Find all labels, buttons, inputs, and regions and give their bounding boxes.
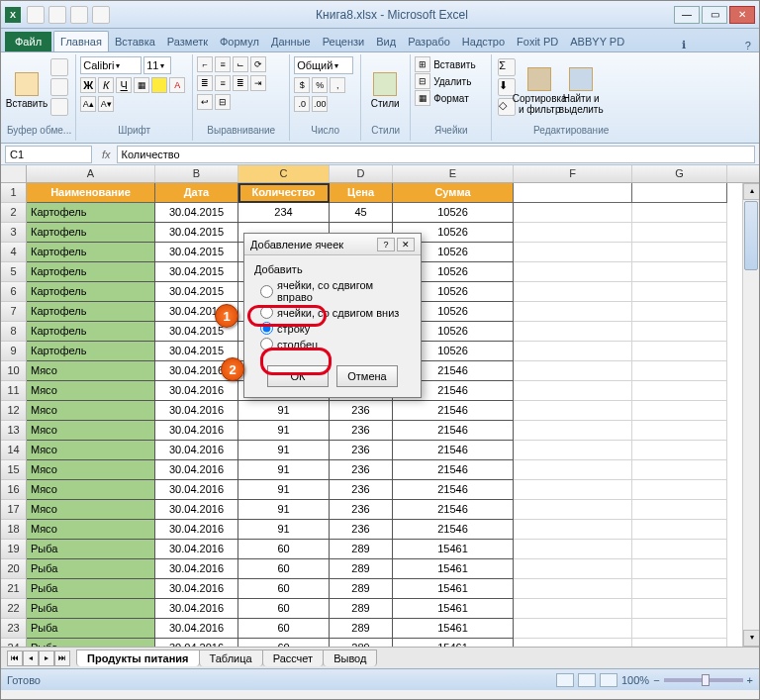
format-painter-button[interactable] — [50, 98, 68, 116]
cell[interactable]: 15461 — [393, 579, 514, 599]
tab-addins[interactable]: Надстро — [456, 32, 511, 51]
number-format-selector[interactable]: Общий▾ — [294, 56, 353, 74]
cell[interactable] — [632, 223, 727, 243]
cell[interactable]: Наименование — [27, 183, 155, 203]
cell[interactable]: 236 — [330, 520, 393, 540]
cell[interactable] — [514, 183, 632, 203]
cell[interactable]: Рыба — [27, 579, 155, 599]
cell[interactable]: 30.04.2015 — [155, 282, 238, 302]
cell[interactable] — [514, 540, 632, 559]
close-button[interactable]: ✕ — [729, 6, 755, 24]
col-header-g[interactable]: G — [632, 165, 727, 182]
cell[interactable]: Мясо — [27, 441, 155, 460]
cell[interactable]: Картофель — [27, 203, 155, 223]
cell[interactable]: 21546 — [393, 500, 514, 520]
align-middle-button[interactable]: ≡ — [215, 56, 231, 72]
cell[interactable]: 60 — [238, 599, 330, 619]
cell[interactable] — [632, 599, 727, 619]
bold-button[interactable]: Ж — [80, 77, 96, 93]
row-header[interactable]: 7 — [1, 302, 27, 322]
qat-save[interactable] — [27, 6, 45, 24]
radio-shift-down[interactable]: ячейки, со сдвигом вниз — [260, 306, 411, 319]
cell[interactable] — [514, 223, 632, 243]
cell[interactable]: 60 — [238, 619, 330, 639]
row-header[interactable]: 22 — [1, 599, 27, 619]
cell[interactable]: Дата — [155, 183, 238, 203]
cell[interactable] — [632, 183, 727, 203]
cell[interactable]: 15461 — [393, 540, 514, 559]
cell[interactable] — [514, 361, 632, 381]
cell[interactable]: 30.04.2015 — [155, 223, 238, 243]
cell[interactable]: 30.04.2016 — [155, 599, 238, 619]
cell[interactable]: Мясо — [27, 361, 155, 381]
cell[interactable]: 30.04.2015 — [155, 243, 238, 262]
cell[interactable] — [632, 203, 727, 223]
cell[interactable]: 236 — [330, 401, 393, 421]
cell[interactable]: Мясо — [27, 520, 155, 540]
cell[interactable]: 15461 — [393, 559, 514, 579]
radio-shift-right[interactable]: ячейки, со сдвигом вправо — [260, 279, 411, 303]
sheet-tab-1[interactable]: Продукты питания — [76, 650, 200, 666]
find-select-button[interactable]: Найти и выделить — [561, 56, 601, 125]
cell[interactable] — [632, 559, 727, 579]
cell[interactable]: 30.04.2016 — [155, 381, 238, 401]
format-cells-button[interactable]: ▦Формат — [415, 90, 487, 106]
formula-input[interactable]: Количество — [117, 146, 755, 163]
row-header[interactable]: 9 — [1, 342, 27, 361]
align-bottom-button[interactable]: ⌙ — [233, 56, 248, 72]
sheet-nav-last[interactable]: ⏭ — [54, 650, 70, 666]
cell[interactable] — [514, 381, 632, 401]
cell[interactable]: Мясо — [27, 480, 155, 500]
cell[interactable]: 236 — [330, 441, 393, 460]
row-header[interactable]: 4 — [1, 243, 27, 262]
cell[interactable]: 10526 — [393, 203, 514, 223]
row-header[interactable]: 1 — [1, 183, 27, 203]
styles-button[interactable]: Стили — [365, 56, 405, 125]
font-color-button[interactable]: A — [169, 77, 185, 93]
cell[interactable]: 21546 — [393, 421, 514, 441]
cell[interactable] — [514, 579, 632, 599]
row-header[interactable]: 18 — [1, 520, 27, 540]
cell[interactable] — [514, 559, 632, 579]
row-header[interactable]: 20 — [1, 559, 27, 579]
cell[interactable]: 30.04.2016 — [155, 500, 238, 520]
align-left-button[interactable]: ≣ — [197, 75, 213, 91]
dialog-help-button[interactable]: ? — [377, 238, 395, 251]
select-all-corner[interactable] — [1, 165, 27, 182]
cell[interactable]: Мясо — [27, 401, 155, 421]
ribbon-help[interactable]: ? — [745, 40, 751, 51]
tab-data[interactable]: Данные — [265, 32, 317, 51]
align-top-button[interactable]: ⌐ — [197, 56, 213, 72]
cell[interactable]: 60 — [238, 579, 330, 599]
cell[interactable]: 15461 — [393, 599, 514, 619]
wrap-text-button[interactable]: ↩ — [197, 94, 213, 110]
cell[interactable]: Сумма — [393, 183, 514, 203]
row-header[interactable]: 15 — [1, 460, 27, 480]
worksheet-grid[interactable]: A B C D E F G 1 Наименование Дата Количе… — [1, 165, 759, 668]
row-header[interactable]: 6 — [1, 282, 27, 302]
row-header[interactable]: 8 — [1, 322, 27, 342]
paste-button[interactable]: Вставить — [7, 56, 47, 125]
row-header[interactable]: 19 — [1, 540, 27, 559]
col-header-b[interactable]: B — [155, 165, 238, 182]
cell[interactable]: 60 — [238, 559, 330, 579]
col-header-f[interactable]: F — [514, 165, 632, 182]
cell[interactable]: Рыба — [27, 540, 155, 559]
cell[interactable]: 30.04.2016 — [155, 540, 238, 559]
indent-button[interactable]: ⇥ — [250, 75, 266, 91]
zoom-out-button[interactable]: − — [653, 674, 659, 686]
fill-color-button[interactable] — [151, 77, 167, 93]
cell[interactable] — [632, 460, 727, 480]
cell[interactable]: Рыба — [27, 599, 155, 619]
row-header[interactable]: 21 — [1, 579, 27, 599]
row-header[interactable]: 12 — [1, 401, 27, 421]
row-header[interactable]: 16 — [1, 480, 27, 500]
cell[interactable]: 289 — [330, 540, 393, 559]
cell[interactable]: 289 — [330, 619, 393, 639]
cell[interactable]: 21546 — [393, 401, 514, 421]
sheet-tab-2[interactable]: Таблица — [199, 650, 263, 666]
font-selector[interactable]: Calibri▾ — [80, 56, 142, 74]
comma-button[interactable]: , — [330, 77, 345, 93]
cell[interactable] — [632, 520, 727, 540]
decrease-decimal-button[interactable]: .00 — [312, 96, 328, 112]
